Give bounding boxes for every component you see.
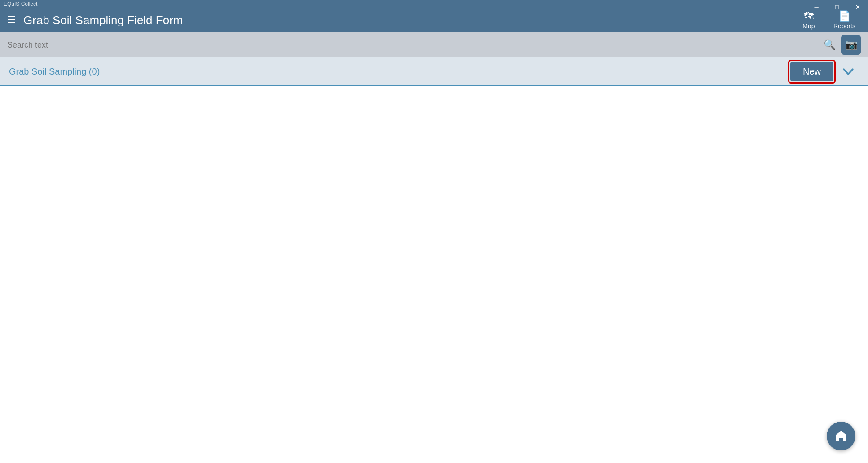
hamburger-icon[interactable]: ☰ [7,15,16,25]
new-button-wrapper: New [788,60,836,84]
close-button[interactable]: ✕ [847,0,868,13]
main-content [0,86,868,463]
window-controls: ─ □ ✕ [806,0,868,13]
reports-label: Reports [833,22,855,30]
restore-button[interactable]: □ [827,0,847,13]
map-label: Map [802,22,815,30]
search-icon[interactable]: 🔍 [822,37,837,53]
section-title: Grab Soil Sampling (0) [9,66,788,77]
camera-button[interactable]: 📷 [841,35,861,55]
home-button[interactable] [827,422,855,450]
minimize-button[interactable]: ─ [806,0,827,13]
app-name: EQuIS Collect [0,0,41,8]
search-bar: 🔍 📷 [0,32,868,57]
title-bar: EQuIS Collect ─ □ ✕ ☰ Grab Soil Sampling… [0,0,868,32]
page-title: Grab Soil Sampling Field Form [23,13,183,27]
camera-icon: 📷 [845,39,857,51]
search-input[interactable] [7,40,818,50]
title-bar-left: ☰ Grab Soil Sampling Field Form [7,13,793,27]
new-button[interactable]: New [790,62,833,81]
chevron-down-icon[interactable] [837,61,859,82]
section-header: Grab Soil Sampling (0) New [0,57,868,86]
